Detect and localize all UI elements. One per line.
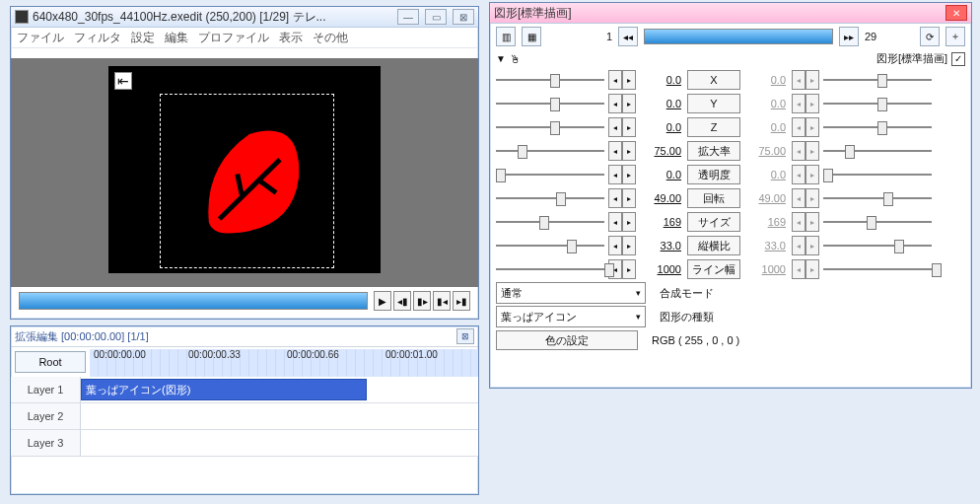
blend-mode-select[interactable]: 通常▾ bbox=[496, 282, 646, 304]
param-slider[interactable] bbox=[496, 170, 604, 180]
param-slider[interactable] bbox=[496, 122, 604, 132]
param-value-left[interactable]: 0.0 bbox=[640, 121, 683, 133]
param-slider[interactable] bbox=[823, 75, 932, 85]
prev-frame-button[interactable]: ◂▮ bbox=[393, 291, 411, 311]
param-name-button[interactable]: X bbox=[687, 70, 740, 90]
param-stepper[interactable]: ◂▸ bbox=[608, 117, 636, 137]
param-value-left[interactable]: 33.0 bbox=[640, 240, 683, 252]
param-stepper[interactable]: ◂▸ bbox=[608, 165, 636, 184]
menu-settings[interactable]: 設定 bbox=[131, 30, 155, 46]
layer-label[interactable]: Layer 3 bbox=[11, 430, 81, 456]
canvas[interactable]: ⇤ bbox=[108, 66, 381, 273]
menu-profile[interactable]: プロファイル bbox=[198, 30, 269, 46]
origin-icon[interactable]: ⇤ bbox=[114, 72, 132, 90]
param-name-button[interactable]: 拡大率 bbox=[687, 141, 740, 161]
root-button[interactable]: Root bbox=[15, 351, 86, 373]
timeline-titlebar[interactable]: 拡張編集 [00:00:00.00] [1/1] ⊠ bbox=[11, 326, 478, 347]
props-close-button[interactable]: ✕ bbox=[945, 5, 967, 21]
layer-track[interactable]: 葉っぱアイコン(図形) bbox=[81, 377, 478, 402]
minimize-button[interactable]: — bbox=[397, 9, 419, 25]
param-stepper[interactable]: ◂▸ bbox=[608, 141, 636, 161]
param-name-button[interactable]: 回転 bbox=[687, 188, 740, 208]
close-button[interactable]: ⊠ bbox=[453, 9, 474, 25]
param-value-right[interactable]: 0.0 bbox=[744, 169, 788, 180]
param-name-button[interactable]: Y bbox=[687, 94, 740, 113]
param-value-right[interactable]: 1000 bbox=[744, 263, 788, 275]
menu-edit[interactable]: 編集 bbox=[165, 30, 188, 46]
param-stepper[interactable]: ◂▸ bbox=[792, 94, 819, 113]
param-value-right[interactable]: 0.0 bbox=[744, 121, 788, 133]
param-stepper[interactable]: ◂▸ bbox=[792, 259, 819, 279]
param-value-left[interactable]: 75.00 bbox=[640, 145, 683, 157]
collapse-icon[interactable]: ▼ bbox=[496, 53, 506, 64]
timeline-clip[interactable]: 葉っぱアイコン(図形) bbox=[81, 379, 367, 400]
menu-filter[interactable]: フィルタ bbox=[74, 30, 121, 46]
maximize-button[interactable]: ▭ bbox=[425, 9, 447, 25]
param-value-right[interactable]: 0.0 bbox=[744, 98, 788, 109]
param-stepper[interactable]: ◂▸ bbox=[608, 70, 636, 90]
param-slider[interactable] bbox=[496, 99, 604, 108]
preview-titlebar[interactable]: 640x480_30fps_44100Hz.exedit (250,200) [… bbox=[11, 7, 478, 28]
shape-type-select[interactable]: 葉っぱアイコン▾ bbox=[496, 306, 646, 327]
param-slider[interactable] bbox=[823, 99, 932, 108]
param-name-button[interactable]: 透明度 bbox=[687, 165, 740, 184]
layer-label[interactable]: Layer 2 bbox=[11, 403, 81, 429]
param-stepper[interactable]: ◂▸ bbox=[792, 70, 819, 90]
param-slider[interactable] bbox=[496, 264, 604, 274]
color-settings-button[interactable]: 色の設定 bbox=[496, 330, 638, 350]
layer-track[interactable] bbox=[81, 403, 478, 429]
param-slider[interactable] bbox=[823, 264, 932, 274]
enable-checkbox[interactable]: ✓ bbox=[951, 52, 965, 66]
param-stepper[interactable]: ◂▸ bbox=[792, 212, 819, 232]
param-value-right[interactable]: 169 bbox=[744, 216, 788, 228]
param-value-left[interactable]: 169 bbox=[640, 216, 683, 228]
param-stepper[interactable]: ◂▸ bbox=[608, 236, 636, 255]
param-name-button[interactable]: 縦横比 bbox=[687, 236, 740, 255]
param-value-left[interactable]: 0.0 bbox=[640, 74, 683, 86]
param-slider[interactable] bbox=[823, 146, 932, 156]
param-value-right[interactable]: 75.00 bbox=[744, 145, 788, 157]
param-stepper[interactable]: ◂▸ bbox=[792, 188, 819, 208]
param-slider[interactable] bbox=[496, 193, 604, 203]
param-slider[interactable] bbox=[823, 241, 932, 251]
param-value-right[interactable]: 49.00 bbox=[744, 192, 788, 204]
menu-other[interactable]: その他 bbox=[313, 30, 348, 46]
goto-start-button[interactable]: ▮◂ bbox=[433, 291, 451, 311]
layer-track[interactable] bbox=[81, 430, 478, 456]
next-frame-button[interactable]: ▮▸ bbox=[413, 291, 431, 311]
param-stepper[interactable]: ◂▸ bbox=[608, 188, 636, 208]
param-value-right[interactable]: 0.0 bbox=[744, 74, 788, 86]
time-ruler[interactable]: 00:00:00.00 00:00:00.33 00:00:00.66 00:0… bbox=[90, 349, 478, 377]
param-slider[interactable] bbox=[496, 75, 604, 85]
param-slider[interactable] bbox=[823, 217, 932, 227]
param-name-button[interactable]: サイズ bbox=[687, 212, 740, 232]
layer-label[interactable]: Layer 1 bbox=[11, 377, 81, 402]
add-button[interactable]: ＋ bbox=[945, 27, 965, 46]
param-slider[interactable] bbox=[823, 193, 932, 203]
frame-next-button[interactable]: ▸▸ bbox=[839, 27, 859, 46]
param-value-left[interactable]: 0.0 bbox=[640, 169, 683, 180]
layer-row[interactable]: Layer 2 bbox=[11, 403, 478, 430]
timeline-close-button[interactable]: ⊠ bbox=[456, 328, 474, 344]
param-slider[interactable] bbox=[823, 122, 932, 132]
seek-bar[interactable] bbox=[19, 292, 368, 310]
param-stepper[interactable]: ◂▸ bbox=[792, 117, 819, 137]
menu-file[interactable]: ファイル bbox=[17, 30, 64, 46]
param-stepper[interactable]: ◂▸ bbox=[792, 236, 819, 255]
param-slider[interactable] bbox=[496, 146, 604, 156]
param-stepper[interactable]: ◂▸ bbox=[608, 212, 636, 232]
param-slider[interactable] bbox=[823, 170, 932, 180]
param-stepper[interactable]: ◂▸ bbox=[792, 141, 819, 161]
goto-end-button[interactable]: ▸▮ bbox=[453, 291, 470, 311]
props-titlebar[interactable]: 図形[標準描画] ✕ bbox=[490, 3, 971, 24]
param-name-button[interactable]: Z bbox=[687, 117, 740, 137]
layer-row[interactable]: Layer 1葉っぱアイコン(図形) bbox=[11, 377, 478, 403]
param-slider[interactable] bbox=[496, 241, 604, 251]
frame-prev-button[interactable]: ◂◂ bbox=[618, 27, 638, 46]
tool-icon-1[interactable]: ▥ bbox=[496, 27, 516, 46]
menu-view[interactable]: 表示 bbox=[279, 30, 303, 46]
param-value-left[interactable]: 49.00 bbox=[640, 192, 683, 204]
param-name-button[interactable]: ライン幅 bbox=[687, 259, 740, 279]
param-stepper[interactable]: ◂▸ bbox=[792, 165, 819, 184]
param-stepper[interactable]: ◂▸ bbox=[608, 94, 636, 113]
